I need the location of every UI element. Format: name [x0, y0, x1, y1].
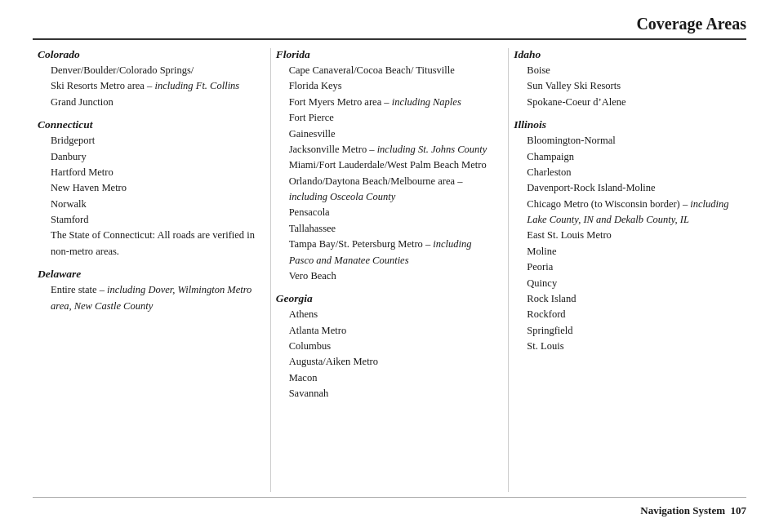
list-item: Peoria [527, 259, 733, 275]
page: Coverage Areas ColoradoDenver/Boulder/Co… [0, 0, 779, 532]
city-list-1-1: AthensAtlanta MetroColumbusAugusta/Aiken… [276, 307, 496, 401]
list-item: Champaign [527, 149, 733, 165]
list-item: Danbury [51, 149, 257, 165]
state-header-0-1: Connecticut [38, 118, 257, 131]
list-item: Tallahassee [289, 221, 496, 237]
page-title: Coverage Areas [636, 15, 746, 33]
column-2: IdahoBoiseSun Valley Ski ResortsSpokane-… [509, 48, 746, 492]
list-item: Entire state – including Dover, Wilmingt… [51, 282, 257, 314]
list-item: Ski Resorts Metro area – including Ft. C… [51, 78, 257, 94]
list-item: Cape Canaveral/Cocoa Beach/ Titusville [289, 63, 496, 78]
list-item: Chicago Metro (to Wisconsin border) – in… [527, 197, 733, 228]
city-list-2-1: Bloomington-NormalChampaignCharlestonDav… [514, 133, 733, 354]
city-list-0-2: Entire state – including Dover, Wilmingt… [38, 282, 257, 314]
list-item: Boise [527, 63, 733, 78]
state-header-0-0: Colorado [38, 48, 257, 61]
state-header-1-1: Georgia [276, 292, 496, 305]
list-item: Hartford Metro [51, 165, 257, 180]
list-item: Pensacola [289, 205, 496, 220]
state-header-2-0: Idaho [514, 48, 733, 61]
list-item: New Haven Metro [51, 180, 257, 196]
content-area: ColoradoDenver/Boulder/Colorado Springs/… [33, 48, 746, 492]
list-item: Fort Myers Metro area – including Naples [289, 95, 496, 110]
list-item: Grand Junction [51, 95, 257, 110]
list-item: Charleston [527, 165, 733, 180]
list-item: Atlanta Metro [289, 323, 496, 339]
column-0: ColoradoDenver/Boulder/Colorado Springs/… [33, 48, 271, 492]
list-item: Davenport-Rock Island-Moline [527, 180, 733, 196]
list-item: Vero Beach [289, 268, 496, 284]
footer-text: Navigation System 107 [640, 504, 746, 517]
list-item: Quincy [527, 276, 733, 291]
list-item: Columbus [289, 339, 496, 354]
list-item: Savannah [289, 386, 496, 401]
list-item: Fort Pierce [289, 110, 496, 126]
list-item: St. Louis [527, 339, 733, 354]
state-header-1-0: Florida [276, 48, 496, 61]
column-1: FloridaCape Canaveral/Cocoa Beach/ Titus… [271, 48, 510, 492]
list-item: Florida Keys [289, 78, 496, 94]
page-footer: Navigation System 107 [33, 497, 746, 517]
list-item: Rockford [527, 307, 733, 322]
list-item: Spokane-Coeur d’Alene [527, 95, 733, 110]
list-item: Gainesville [289, 126, 496, 142]
list-item: Sun Valley Ski Resorts [527, 78, 733, 94]
city-list-0-0: Denver/Boulder/Colorado Springs/Ski Reso… [38, 63, 257, 110]
list-item: Miami/Fort Lauderdale/West Palm Beach Me… [289, 157, 496, 173]
city-list-1-0: Cape Canaveral/Cocoa Beach/ TitusvilleFl… [276, 63, 496, 284]
list-item: Macon [289, 370, 496, 386]
state-header-0-2: Delaware [38, 268, 257, 281]
list-item: Jacksonville Metro – including St. Johns… [289, 142, 496, 157]
list-item: Bridgeport [51, 133, 257, 149]
page-header: Coverage Areas [33, 15, 746, 40]
list-item: The State of Connecticut: All roads are … [51, 228, 257, 259]
list-item: Bloomington-Normal [527, 133, 733, 149]
list-item: Rock Island [527, 291, 733, 307]
list-item: Springfield [527, 323, 733, 339]
city-list-2-0: BoiseSun Valley Ski ResortsSpokane-Coeur… [514, 63, 733, 110]
list-item: Tampa Bay/St. Petersburg Metro – includi… [289, 237, 496, 268]
city-list-0-1: BridgeportDanburyHartford MetroNew Haven… [38, 133, 257, 259]
list-item: Athens [289, 307, 496, 322]
list-item: Moline [527, 244, 733, 259]
list-item: East St. Louis Metro [527, 228, 733, 243]
state-header-2-1: Illinois [514, 118, 733, 131]
list-item: Orlando/Daytona Beach/Melbourne area – i… [289, 174, 496, 206]
list-item: Norwalk [51, 197, 257, 212]
list-item: Stamford [51, 212, 257, 228]
list-item: Augusta/Aiken Metro [289, 354, 496, 370]
list-item: Denver/Boulder/Colorado Springs/ [51, 63, 257, 78]
